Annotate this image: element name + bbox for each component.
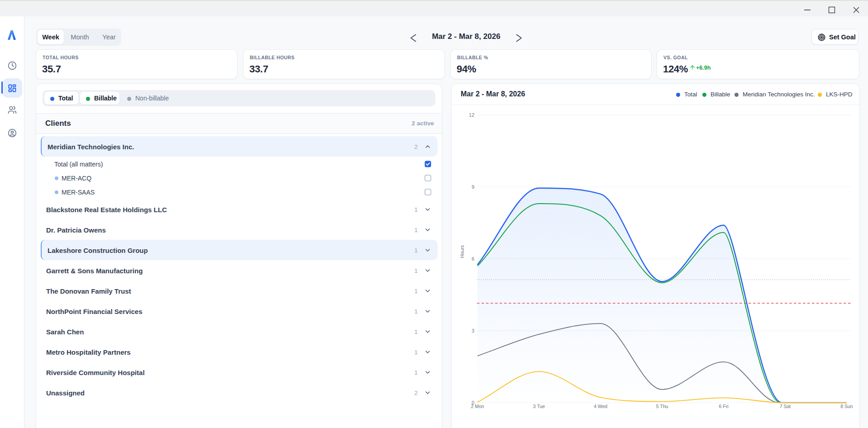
svg-text:2 Mon: 2 Mon xyxy=(471,404,484,409)
svg-text:7 Sat: 7 Sat xyxy=(780,404,791,409)
svg-text:3 Tue: 3 Tue xyxy=(533,404,545,409)
svg-text:12: 12 xyxy=(469,112,474,118)
svg-text:4 Wed: 4 Wed xyxy=(594,404,607,409)
svg-text:Hours: Hours xyxy=(459,245,465,258)
svg-text:6: 6 xyxy=(472,256,474,262)
svg-text:6 Fri: 6 Fri xyxy=(719,404,729,409)
svg-text:8 Sun: 8 Sun xyxy=(840,404,853,409)
svg-text:9: 9 xyxy=(472,184,474,190)
svg-text:5 Thu: 5 Thu xyxy=(656,404,668,409)
svg-text:3: 3 xyxy=(472,328,474,333)
